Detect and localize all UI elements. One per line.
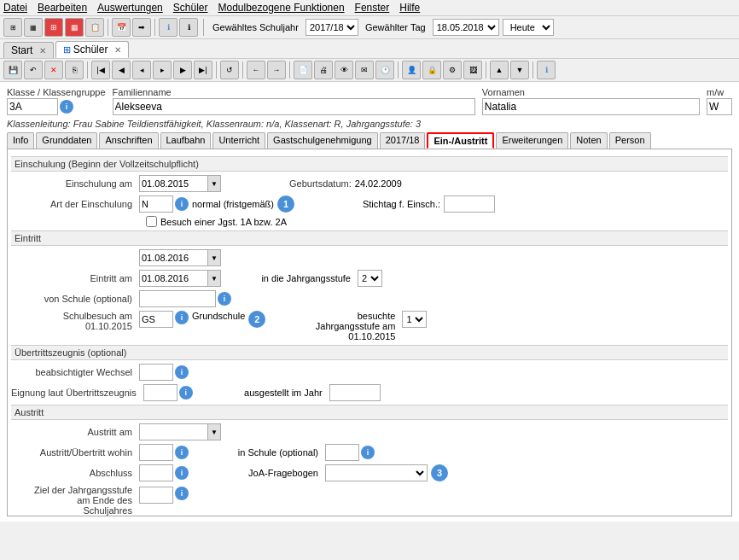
wechsel-input[interactable]: [139, 364, 173, 381]
nav-tab-grunddaten[interactable]: Grunddaten: [36, 132, 97, 149]
tab-schueler-close[interactable]: ✕: [114, 45, 121, 55]
tb2-next[interactable]: ▸: [153, 61, 172, 79]
tb2-settings[interactable]: ⚙: [443, 61, 462, 79]
tb2-clock[interactable]: 🕐: [375, 61, 394, 79]
jahrgangsstufe-label: in die Jahrgangsstufe: [247, 273, 358, 283]
icon-info[interactable]: ℹ: [159, 18, 177, 37]
ausgestellt-input[interactable]: [329, 384, 381, 401]
nav-tab-einaustritt[interactable]: Ein-/Austritt: [427, 132, 494, 149]
tb2-eye[interactable]: 👁: [335, 61, 353, 79]
tb2-person1[interactable]: 👤: [402, 61, 421, 79]
tb2-prev[interactable]: ◀: [112, 61, 131, 79]
besuchte-jgst-select[interactable]: 12: [402, 311, 427, 328]
menu-fenster[interactable]: Fenster: [355, 2, 390, 14]
icon-info2[interactable]: ℹ: [179, 18, 198, 37]
first-input[interactable]: [482, 98, 700, 115]
schuljahr-select[interactable]: 2017/18: [305, 19, 358, 36]
von-schule-info[interactable]: i: [218, 292, 231, 306]
mw-input[interactable]: [707, 98, 732, 115]
icon-arrow-right[interactable]: ➡: [132, 18, 151, 37]
menu-datei[interactable]: Datei: [3, 2, 27, 14]
austritt-am-btn[interactable]: ▼: [207, 423, 221, 440]
today-select[interactable]: Heute: [503, 19, 554, 36]
tb2-first[interactable]: |◀: [91, 61, 110, 79]
tb2-lock[interactable]: 🔒: [422, 61, 441, 79]
eignung-input[interactable]: [143, 384, 177, 401]
tb2-undo[interactable]: ↶: [24, 61, 43, 79]
tb2-arrow-up[interactable]: ▲: [490, 61, 509, 79]
tb2-arrow-right2[interactable]: →: [267, 61, 286, 79]
schulbesuch-info[interactable]: i: [175, 311, 189, 324]
schulbesuch-input[interactable]: [139, 311, 173, 328]
austritt-wohin-info[interactable]: i: [175, 446, 189, 459]
abschluss-info[interactable]: i: [175, 466, 189, 480]
einschulung-am-btn[interactable]: ▼: [207, 175, 221, 192]
icon-red1[interactable]: ⊞: [44, 18, 63, 37]
stichtag-input[interactable]: [444, 195, 495, 213]
tb2-delete[interactable]: ✕: [44, 61, 63, 79]
menu-modulbezogen[interactable]: Modulbezogene Funktionen: [218, 2, 344, 14]
tb2-help[interactable]: ℹ: [537, 61, 556, 79]
tb2-mail[interactable]: ✉: [355, 61, 374, 79]
nav-tab-laufbahn[interactable]: Laufbahn: [160, 132, 212, 149]
tb2-copy[interactable]: ⎘: [65, 61, 84, 79]
wechsel-info[interactable]: i: [175, 365, 189, 379]
tb2-refresh[interactable]: ↺: [220, 61, 239, 79]
joa-select[interactable]: [325, 464, 428, 481]
art-info-icon[interactable]: i: [175, 197, 189, 211]
nav-tab-gastschul[interactable]: Gastschulgenehmigung: [267, 132, 378, 149]
icon-grid2[interactable]: ▦: [24, 18, 43, 37]
nav-tab-noten[interactable]: Noten: [570, 132, 607, 149]
tb2-img[interactable]: 🖼: [463, 61, 482, 79]
in-schule-info[interactable]: i: [361, 446, 375, 459]
nav-tab-person[interactable]: Person: [609, 132, 651, 149]
class-input[interactable]: [7, 98, 58, 115]
tb2-doc1[interactable]: 📄: [294, 61, 312, 79]
menu-auswertungen[interactable]: Auswertungen: [97, 2, 163, 14]
family-label: Familienname: [113, 87, 475, 97]
nav-tab-info[interactable]: Info: [7, 132, 34, 149]
eignung-info[interactable]: i: [179, 386, 193, 400]
ziel-info[interactable]: i: [175, 487, 189, 500]
anmeldung-btn[interactable]: ▼: [207, 249, 221, 266]
menu-bearbeiten[interactable]: Bearbeiten: [38, 2, 87, 14]
eintritt-am-btn[interactable]: ▼: [207, 270, 221, 287]
tab-schueler[interactable]: ⊞ Schüler ✕: [55, 41, 129, 58]
nav-tab-unterricht[interactable]: Unterricht: [212, 132, 265, 149]
menu-schueler[interactable]: Schüler: [173, 2, 208, 14]
eintritt-date-group: ▼: [139, 270, 221, 287]
icon-red2[interactable]: ▦: [65, 18, 84, 37]
nav-tab-schuljahr[interactable]: 2017/18: [380, 132, 426, 149]
eintritt-am-input[interactable]: [139, 270, 207, 287]
icon-module[interactable]: 📋: [85, 18, 104, 37]
tab-start[interactable]: Start ✕: [3, 42, 54, 58]
tb2-sep7: [532, 61, 533, 79]
jahrgangsstufe-select[interactable]: 213: [358, 270, 382, 287]
icon-grid1[interactable]: ⊞: [3, 18, 22, 37]
class-info-icon[interactable]: i: [60, 100, 73, 114]
in-schule-input[interactable]: [325, 444, 359, 461]
abschluss-input[interactable]: [139, 464, 173, 481]
tb2-arrow-down[interactable]: ▼: [510, 61, 529, 79]
tb2-arrow-left[interactable]: ←: [247, 61, 265, 79]
icon-calendar[interactable]: 📅: [112, 18, 131, 37]
besuch-checkbox[interactable]: [146, 216, 157, 227]
ziel-input[interactable]: [139, 487, 173, 504]
austritt-am-input[interactable]: [139, 423, 207, 440]
tb2-prev2[interactable]: ◂: [132, 61, 151, 79]
art-input[interactable]: [139, 195, 173, 213]
tb2-next2[interactable]: ▶: [173, 61, 192, 79]
tag-select[interactable]: 18.05.2018: [433, 19, 499, 36]
austritt-wohin-input[interactable]: [139, 444, 173, 461]
nav-tab-anschriften[interactable]: Anschriften: [99, 132, 158, 149]
tb2-save[interactable]: 💾: [3, 61, 22, 79]
anmeldung-input[interactable]: [139, 249, 207, 266]
tb2-print[interactable]: 🖨: [314, 61, 333, 79]
nav-tab-erweiterungen[interactable]: Erweiterungen: [496, 132, 568, 149]
tb2-last[interactable]: ▶|: [194, 61, 212, 79]
menu-hilfe[interactable]: Hilfe: [399, 2, 420, 14]
von-schule-input[interactable]: [139, 290, 216, 307]
einschulung-am-input[interactable]: [139, 175, 207, 192]
family-input[interactable]: [113, 98, 475, 115]
tab-start-close[interactable]: ✕: [39, 46, 46, 55]
